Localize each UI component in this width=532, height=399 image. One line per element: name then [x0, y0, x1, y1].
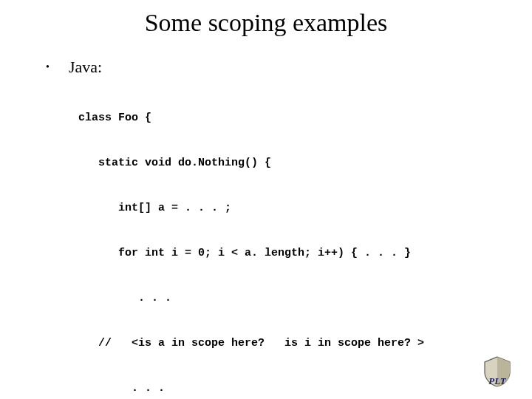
code-line: for int i = 0; i < a. length; i++) { . .… [78, 248, 505, 259]
slide-title: Some scoping examples [27, 9, 505, 37]
bullet-dot-icon: • [46, 61, 50, 73]
bullet-label: Java: [69, 58, 102, 77]
code-line: . . . [78, 383, 505, 394]
code-line: // <is a in scope here? is i in scope he… [78, 338, 505, 349]
bullet-java: • Java: [46, 58, 505, 77]
code-line: int[] a = . . . ; [78, 202, 505, 214]
code-token: is i in scope here? > [284, 337, 424, 349]
code-line: class Foo { [78, 112, 505, 123]
code-token: // [78, 337, 112, 349]
code-block: class Foo { static void do.Nothing() { i… [78, 90, 505, 399]
code-line: static void do.Nothing() { [78, 157, 505, 168]
slide: Some scoping examples • Java: class Foo … [0, 0, 532, 399]
code-token: <is a in scope here? [132, 337, 265, 349]
logo-text: PLT [488, 375, 507, 386]
plt-logo-icon: PLT [480, 355, 514, 389]
code-line: . . . [78, 293, 505, 304]
